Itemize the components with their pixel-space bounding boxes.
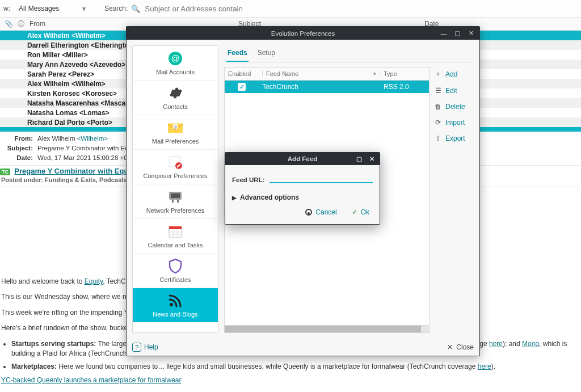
ethernet-icon (167, 189, 183, 205)
column-enabled[interactable]: Enabled (225, 70, 263, 77)
envelope-icon: @ (167, 120, 183, 136)
equity-link[interactable]: Equity (85, 277, 103, 285)
coverage-link[interactable]: here (489, 340, 503, 348)
info-icon: ⓘ (17, 19, 25, 29)
search-input[interactable] (144, 4, 271, 14)
sidebar-item-news-blogs[interactable]: News and Blogs (133, 288, 218, 322)
help-button[interactable]: ? Help (132, 343, 158, 352)
preferences-tabs: Feeds Setup (224, 45, 474, 62)
trash-icon: 🗑 (434, 103, 442, 111)
preferences-titlebar[interactable]: Evolution Preferences — ▢ ✕ (127, 27, 479, 40)
rss-icon (167, 293, 183, 309)
shield-icon (167, 258, 183, 274)
plus-icon: ＋ (434, 69, 442, 79)
svg-rect-10 (172, 200, 174, 203)
add-button[interactable]: ＋Add (434, 69, 474, 79)
calendar-icon (167, 224, 183, 239)
triangle-right-icon: ▶ (232, 195, 237, 201)
edit-button[interactable]: ☰Edit (434, 87, 474, 95)
preferences-sidebar: @ Mail Accounts Contacts @ Mail Preferen… (132, 45, 218, 333)
preferences-title: Evolution Preferences (271, 30, 335, 37)
feed-actions: ＋Add ☰Edit 🗑Delete ⟳Import ⇪Export (434, 67, 474, 333)
sidebar-item-mail-preferences[interactable]: @ Mail Preferences (133, 115, 218, 150)
chevron-down-icon: ▾ (373, 71, 376, 77)
svg-text:@: @ (174, 125, 178, 129)
coverage-link[interactable]: here (478, 363, 491, 370)
export-button[interactable]: ⇪Export (434, 134, 474, 142)
search-icon: 🔍 (131, 5, 140, 13)
window-maximize-icon[interactable]: ▢ (451, 29, 464, 38)
window-close-icon[interactable]: ✕ (465, 29, 477, 38)
window-maximize-icon[interactable]: ▢ (353, 154, 365, 163)
svg-text:@: @ (171, 53, 179, 63)
attachment-icon: 📎 (5, 20, 12, 28)
tab-setup[interactable]: Setup (256, 45, 276, 62)
view-dropdown[interactable]: All Messages ▼ (14, 3, 92, 14)
advanced-options-toggle[interactable]: ▶ Advanced options (232, 193, 373, 201)
gear-icon (167, 85, 183, 101)
svg-rect-11 (177, 200, 179, 203)
column-type[interactable]: Type (380, 70, 429, 77)
list-icon: ☰ (434, 87, 442, 95)
list-item: Marketplaces: Here we found two companie… (11, 362, 575, 372)
help-icon: ? (132, 343, 141, 352)
add-feed-dialog: Add Feed ▢ ✕ Feed URL: ▶ Advanced option… (225, 152, 380, 225)
source-badge: TC (0, 168, 10, 175)
preferences-footer: ? Help ✕ Close (127, 339, 479, 356)
sidebar-item-network-preferences[interactable]: Network Preferences (133, 184, 218, 219)
feed-name: TechCrunch (259, 83, 380, 91)
meta-date-label: Date: (6, 153, 33, 163)
view-dropdown-value: All Messages (19, 5, 59, 12)
bottom-article-link[interactable]: YC-backed Queenly launches a marketplace… (1, 376, 181, 384)
svg-point-18 (170, 303, 173, 306)
svg-rect-9 (171, 193, 180, 198)
meta-from-value: Alex Wilhelm <Wilhelm> (37, 134, 108, 144)
feed-url-input[interactable] (270, 171, 373, 183)
window-close-icon[interactable]: ✕ (366, 154, 377, 163)
ok-button[interactable]: ✓ Ok (352, 208, 369, 216)
feed-url-label: Feed URL: (232, 176, 265, 183)
close-icon: ✕ (447, 343, 453, 351)
main-toolbar: w: All Messages ▼ Search: 🔍 (0, 0, 581, 18)
column-feed-name[interactable]: Feed Name ▾ (263, 70, 380, 77)
sidebar-item-mail-accounts[interactable]: @ Mail Accounts (133, 46, 218, 81)
at-icon: @ (167, 50, 183, 66)
mono-link[interactable]: Mono (522, 340, 539, 348)
feed-type: RSS 2.0 (380, 83, 429, 91)
svg-rect-13 (169, 226, 182, 229)
add-feed-title: Add Feed (288, 155, 317, 162)
feed-enabled-checkbox[interactable]: ✓ (238, 83, 246, 91)
add-feed-titlebar[interactable]: Add Feed ▢ ✕ (225, 153, 380, 165)
chevron-down-icon: ▼ (81, 6, 87, 12)
delete-button[interactable]: 🗑Delete (434, 103, 474, 111)
import-icon: ⟳ (434, 119, 442, 127)
meta-subject-label: Subject: (6, 144, 33, 153)
sidebar-item-contacts[interactable]: Contacts (133, 81, 218, 115)
cancel-button[interactable]: Cancel (305, 208, 336, 216)
cancel-icon (305, 209, 312, 216)
view-label: w: (3, 5, 10, 12)
search-label: Search: (104, 5, 128, 12)
feed-row[interactable]: ✓ TechCrunch RSS 2.0 (225, 81, 429, 93)
horizontal-scrollbar[interactable] (225, 325, 429, 332)
from-address-link[interactable]: <Wilhelm> (77, 135, 108, 142)
sidebar-item-calendar-tasks[interactable]: Calendar and Tasks (133, 219, 218, 254)
tab-feeds[interactable]: Feeds (226, 45, 249, 62)
window-minimize-icon[interactable]: — (437, 29, 450, 38)
sidebar-item-certificates[interactable]: Certificates (133, 254, 218, 288)
meta-from-label: From: (6, 134, 33, 144)
post-title-link[interactable]: Pregame Y Combinator with Equity (14, 167, 137, 175)
feeds-table-header: Enabled Feed Name ▾ Type (225, 68, 429, 81)
compose-icon (167, 154, 183, 170)
close-button[interactable]: ✕ Close (447, 343, 474, 351)
meta-subject-value: Pregame Y Combinator with Equity (37, 144, 139, 153)
export-icon: ⇪ (434, 134, 442, 142)
check-icon: ✓ (352, 208, 357, 216)
import-button[interactable]: ⟳Import (434, 119, 474, 127)
sidebar-item-composer-preferences[interactable]: Composer Preferences (133, 150, 218, 184)
